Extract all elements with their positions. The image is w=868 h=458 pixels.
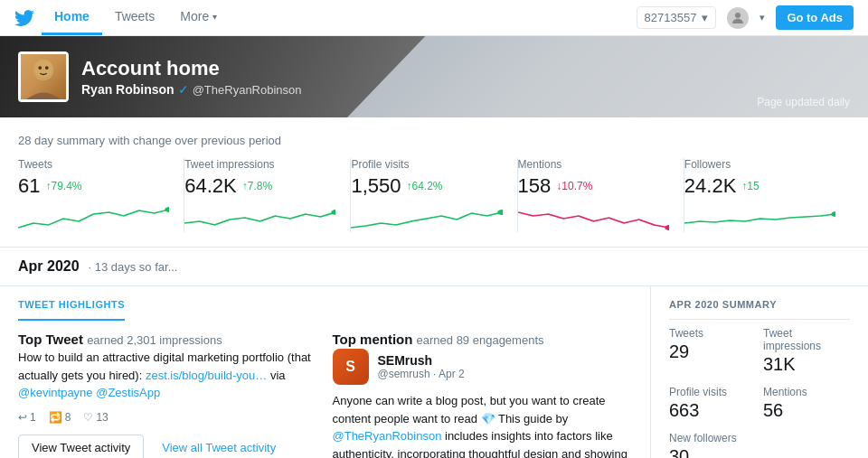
retweet-icon: 🔁 [49, 411, 62, 424]
top-tweet-meta: earned 2,301 impressions [87, 333, 222, 347]
stat-value: 64.2K ↑7.8% [184, 174, 335, 198]
top-mention-card: Top mention earned 89 engagements S SEMr… [333, 332, 633, 458]
reply-count: ↩ 1 [18, 411, 36, 424]
top-tweet-card: Top Tweet earned 2,301 impressions How t… [18, 332, 318, 458]
chevron-down-icon: ▾ [760, 12, 765, 23]
top-tweet-text: How to build an attractive digital marke… [18, 349, 318, 402]
apr-stat-label: New followers [669, 432, 850, 444]
top-tweet-type: Top Tweet earned 2,301 impressions [18, 332, 318, 347]
right-content: APR 2020 SUMMARY Tweets 29 Tweet impress… [651, 286, 850, 458]
top-mention-meta: earned 89 engagements [417, 333, 544, 347]
chevron-down-icon: ▾ [212, 12, 217, 22]
top-mention-type: Top mention earned 89 engagements [333, 332, 633, 347]
go-to-ads-button[interactable]: Go to Ads [776, 5, 854, 30]
svg-point-4 [34, 60, 52, 78]
top-navigation: Home Tweets More ▾ 82713557 ▾ ▾ Go to Ad… [0, 0, 868, 36]
sparkline-mentions [518, 205, 669, 232]
apr-stat-value: 663 [669, 400, 756, 421]
stat-change-down: ↓10.7% [556, 180, 592, 192]
stat-change-up: ↑15 [741, 180, 759, 192]
svg-point-9 [498, 210, 503, 215]
mention-author-handle: @semrush · Apr 2 [378, 368, 465, 380]
apr-stat-new-followers: New followers 30 [669, 432, 850, 458]
verified-badge-icon: ✓ [178, 82, 189, 97]
stat-label: Followers [684, 158, 835, 171]
nav-right: 82713557 ▾ ▾ Go to Ads [637, 5, 854, 30]
tweet-link[interactable]: zest.is/blog/build-you… [146, 369, 267, 382]
stat-value: 1,550 ↑64.2% [351, 174, 502, 198]
mention-text: Anyone can write a blog post, but you wa… [333, 392, 633, 458]
page-title: Account home [81, 57, 302, 80]
left-content: TWEET HIGHLIGHTS Top Tweet earned 2,301 … [18, 286, 651, 458]
apr-stat-label: Profile visits [669, 386, 756, 398]
account-selector[interactable]: 82713557 ▾ [637, 6, 717, 29]
stat-label: Mentions [518, 158, 669, 171]
nav-tweets[interactable]: Tweets [102, 0, 167, 35]
apr-stat-value: 56 [763, 400, 850, 421]
avatar[interactable] [727, 7, 749, 29]
period-section: Apr 2020 · 13 days so far... [0, 248, 868, 286]
stat-profile-visits: Profile visits 1,550 ↑64.2% [351, 158, 517, 232]
tweet-actions: ↩ 1 🔁 8 ♡ 13 [18, 411, 318, 424]
nav-home[interactable]: Home [42, 0, 102, 35]
apr-stat-tweet-impressions: Tweet impressions 31K [763, 327, 850, 375]
mention-author-name: SEMrush [378, 353, 465, 368]
account-header-banner: Account home Ryan Robinson ✓ @TheRyanRob… [0, 36, 868, 117]
apr-stat-value: 30 [669, 446, 850, 458]
svg-point-10 [665, 225, 669, 230]
stat-label: Tweet impressions [184, 158, 335, 171]
view-tweet-actions: View Tweet activity View all Tweet activ… [18, 435, 318, 459]
account-id: 82713557 [645, 11, 697, 24]
user-name: Ryan Robinson [81, 82, 175, 97]
apr-stat-profile-visits: Profile visits 663 [669, 386, 756, 421]
apr-stat-label: Mentions [763, 386, 850, 398]
apr-summary-grid: Tweets 29 Tweet impressions 31K Profile … [669, 327, 850, 458]
svg-point-0 [735, 13, 741, 18]
page-updated-text: Page updated daily [757, 96, 850, 108]
stat-change-up: ↑79.4% [45, 180, 81, 192]
period-subtitle: · 13 days so far... [88, 260, 177, 274]
stat-followers: Followers 24.2K ↑15 [684, 158, 850, 232]
apr-stat-value: 31K [763, 354, 850, 375]
apr-stat-mentions: Mentions 56 [763, 386, 850, 421]
apr-stat-label: Tweet impressions [763, 327, 850, 352]
view-all-tweet-activity-link[interactable]: View all Tweet activity [162, 441, 276, 454]
reply-icon: ↩ [18, 411, 27, 424]
main-content: TWEET HIGHLIGHTS Top Tweet earned 2,301 … [0, 286, 868, 458]
svg-point-11 [831, 211, 835, 217]
view-tweet-activity-button[interactable]: View Tweet activity [18, 435, 144, 459]
svg-point-6 [45, 66, 49, 70]
sparkline-impressions [184, 205, 335, 232]
mention-kevintpayne[interactable]: @kevintpayne [18, 386, 93, 399]
mention-theryanrobinson[interactable]: @TheRyanRobinson [333, 429, 442, 443]
summary-title: 28 day summary with change over previous… [18, 132, 850, 147]
sparkline-tweets [18, 205, 169, 232]
nav-more[interactable]: More ▾ [167, 0, 230, 35]
twitter-logo [14, 8, 34, 28]
svg-point-5 [38, 66, 42, 70]
stat-label: Tweets [18, 158, 169, 171]
apr-summary-label: APR 2020 SUMMARY [669, 286, 850, 320]
stat-change-up: ↑64.2% [406, 180, 442, 192]
like-count: ♡ 13 [83, 411, 108, 424]
stat-change-up: ↑7.8% [242, 180, 272, 192]
mention-avatar: S [333, 349, 369, 385]
highlights-grid: Top Tweet earned 2,301 impressions How t… [18, 332, 632, 458]
stat-tweets: Tweets 61 ↑79.4% [18, 158, 184, 232]
retweet-count: 🔁 8 [49, 411, 71, 424]
period-title: Apr 2020 [18, 258, 80, 274]
sparkline-visits [351, 205, 502, 232]
tweet-highlights-label: TWEET HIGHLIGHTS [18, 286, 125, 321]
mention-header: S SEMrush @semrush · Apr 2 [333, 349, 633, 385]
svg-point-7 [165, 207, 169, 212]
stat-value: 24.2K ↑15 [684, 174, 835, 198]
stat-label: Profile visits [351, 158, 502, 171]
nav-links: Home Tweets More ▾ [42, 0, 230, 35]
stat-value: 158 ↓10.7% [518, 174, 669, 198]
stat-value: 61 ↑79.4% [18, 174, 169, 198]
mention-zestisapp[interactable]: @ZestisApp [96, 386, 160, 399]
profile-picture [18, 51, 69, 102]
apr-stat-label: Tweets [669, 327, 756, 340]
chevron-down-icon: ▾ [702, 11, 708, 24]
apr-stat-value: 29 [669, 341, 756, 362]
